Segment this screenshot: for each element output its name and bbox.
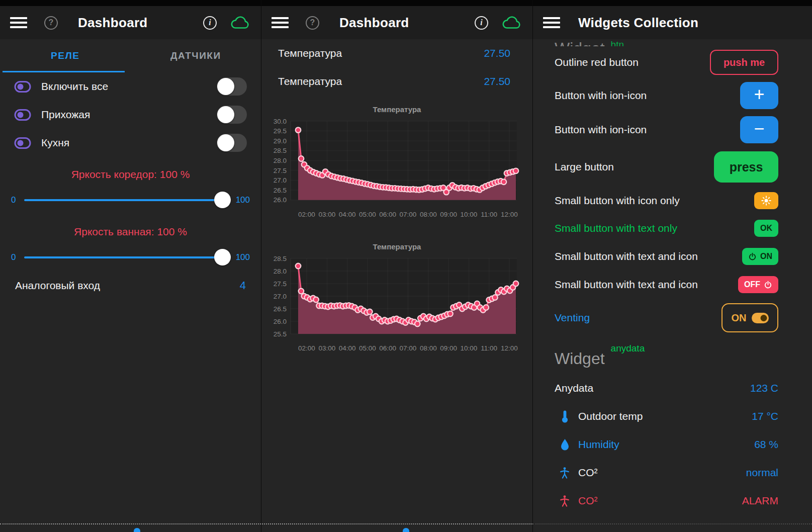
svg-text:02:00: 02:00	[298, 344, 315, 352]
tab-rele[interactable]: РЕЛЕ	[0, 39, 131, 72]
cloud-status-icon	[230, 15, 251, 30]
svg-text:11:00: 11:00	[481, 344, 497, 352]
widget-row-large: Large button press	[533, 147, 812, 187]
widget-label: Small button with icon only	[555, 195, 680, 207]
slider-track[interactable]	[24, 256, 229, 258]
help-icon[interactable]: ?	[306, 16, 319, 30]
panel-sensors: ? Dashboard i Температура 27.50 Температ…	[261, 0, 532, 532]
analog-input-label: Аналоговый вход	[15, 280, 100, 292]
toggle-switch[interactable]	[217, 134, 247, 152]
toggle-row-all: Включить все	[0, 72, 261, 101]
toggle-label: Кухня	[41, 137, 69, 149]
page-title: Dashboard	[78, 15, 148, 31]
status-bar-strip	[261, 0, 532, 6]
press-button[interactable]: press	[714, 151, 778, 183]
push-me-button[interactable]: push me	[710, 50, 778, 75]
slider-track[interactable]	[24, 199, 229, 201]
svg-text:06:00: 06:00	[379, 344, 396, 352]
sun-button[interactable]	[754, 192, 778, 209]
svg-text:10:00: 10:00	[461, 211, 478, 218]
slider-label-bathroom: Яркость ванная: 100 %	[0, 220, 261, 243]
toggle-row-hallway: Прихожая	[0, 101, 261, 129]
menu-icon[interactable]	[272, 17, 289, 28]
droplet-icon	[560, 438, 570, 451]
page-title: Dashboard	[339, 15, 409, 31]
toggle-switch[interactable]	[217, 106, 247, 124]
status-bar-strip	[0, 0, 261, 6]
toggle-on-icon	[752, 313, 769, 323]
sun-icon	[761, 196, 771, 206]
data-row-co2-normal: CO² normal	[533, 459, 812, 487]
power-icon	[748, 252, 757, 261]
person-icon	[559, 466, 570, 479]
section-subtitle-text: btn	[611, 39, 624, 46]
data-value: ALARM	[742, 495, 778, 507]
svg-text:26.0: 26.0	[274, 196, 287, 204]
data-value: 123 C	[750, 382, 778, 394]
info-icon[interactable]: i	[203, 16, 217, 30]
help-icon[interactable]: ?	[44, 16, 58, 30]
tab-datchiki[interactable]: ДАТЧИКИ	[131, 39, 261, 72]
slider-knob[interactable]	[214, 192, 231, 208]
temperature-chart-2: 28.528.027.527.026.526.025.502:0003:0004…	[261, 251, 532, 360]
button-label: push me	[724, 57, 765, 68]
widget-label: Small button with text and icon	[555, 279, 698, 291]
menu-icon[interactable]	[543, 17, 560, 28]
clipped-bottom-icon	[134, 528, 140, 532]
minus-button[interactable]: −	[740, 116, 778, 143]
ok-button[interactable]: OK	[754, 220, 778, 237]
svg-text:27.0: 27.0	[274, 293, 287, 300]
plus-button[interactable]: +	[740, 82, 778, 109]
chart-title-1: Температура	[261, 96, 532, 114]
svg-text:12:00: 12:00	[501, 344, 518, 352]
svg-text:26.5: 26.5	[274, 305, 287, 313]
svg-text:26.5: 26.5	[274, 187, 287, 194]
widget-label: Small button with text only	[555, 222, 677, 234]
svg-text:03:00: 03:00	[318, 344, 335, 352]
analog-input-row: Аналоговый вход 4	[0, 272, 261, 300]
header-middle: ? Dashboard i	[261, 6, 532, 39]
panel-relays: ? Dashboard i РЕЛЕ ДАТЧИКИ Включить все	[0, 0, 261, 532]
data-row-co2-alarm: CO² ALARM	[533, 487, 812, 515]
clipped-bottom-icon	[403, 528, 409, 532]
toggle-row-kitchen: Кухня	[0, 129, 261, 157]
svg-text:27.0: 27.0	[274, 176, 287, 184]
svg-text:04:00: 04:00	[339, 211, 356, 218]
thermometer-icon	[561, 410, 569, 423]
widget-label: Button with ion-icon	[555, 90, 647, 102]
header-right: Widgets Collection	[533, 6, 812, 39]
svg-text:25.5: 25.5	[274, 330, 287, 338]
clipped-section-title: Widget btn	[533, 39, 812, 46]
svg-text:07:00: 07:00	[400, 344, 417, 352]
widget-label: Button with ion-icon	[555, 124, 647, 136]
person-icon	[559, 494, 570, 507]
temperature-row-1: Температура 27.50	[261, 39, 532, 67]
data-value: 68 %	[754, 438, 778, 451]
off-button[interactable]: OFF	[738, 276, 778, 293]
data-value: 17 °C	[752, 410, 778, 422]
temperature-value: 27.50	[484, 75, 510, 87]
widget-label: Venting	[555, 312, 590, 324]
on-button[interactable]: ON	[742, 248, 778, 265]
slider-knob[interactable]	[214, 249, 231, 265]
svg-text:28.0: 28.0	[274, 157, 287, 164]
section-widget-anydata: Widget anydata	[533, 343, 812, 374]
svg-text:11:00: 11:00	[481, 211, 497, 218]
temperature-row-2: Температура 27.50	[261, 67, 532, 96]
info-icon[interactable]: i	[475, 16, 488, 30]
slider-label-corridor: Яркость коредор: 100 %	[0, 163, 261, 186]
venting-toggle[interactable]: ON	[721, 303, 778, 332]
panel-divider	[532, 0, 533, 532]
panel-widgets: Widgets Collection Widget btn Outline re…	[533, 0, 812, 532]
menu-icon[interactable]	[10, 17, 27, 28]
data-value: normal	[746, 467, 778, 479]
toggle-switch[interactable]	[217, 77, 247, 96]
svg-text:07:00: 07:00	[400, 211, 417, 218]
svg-text:04:00: 04:00	[339, 344, 356, 352]
cloud-status-icon	[501, 15, 522, 30]
widget-row-plus: Button with ion-icon +	[533, 78, 812, 113]
toggle-label: Прихожая	[41, 109, 90, 121]
bottom-dotted-divider	[0, 523, 532, 524]
button-label: OK	[760, 224, 772, 233]
widget-label: Large button	[555, 161, 614, 173]
